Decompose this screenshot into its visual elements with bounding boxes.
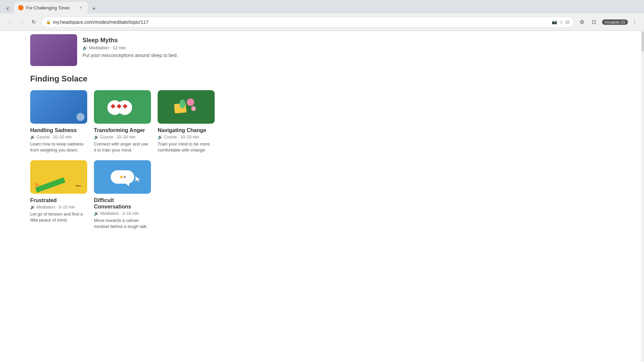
new-tab-button[interactable]: + <box>89 4 99 13</box>
bookmarks-button[interactable]: ⊡ <box>589 17 599 27</box>
scrollbar-thumb[interactable] <box>642 32 644 52</box>
browser-window: For Challenging Times × + ← → ↻ 🔒 📷 ☆ ⊡ <box>0 0 644 362</box>
sound-icon: 🔊 <box>30 205 35 209</box>
card-thumbnail-navigating-change <box>158 90 215 124</box>
forward-button[interactable]: → <box>16 17 27 27</box>
incognito-badge: Incognito (2) <box>602 19 628 25</box>
partial-card[interactable]: Sleep Myths 🔊 Meditation · 12 min Put yo… <box>27 31 331 66</box>
svg-point-0 <box>6 7 10 11</box>
card-desc-frustrated: Let go of tension and find a little peac… <box>30 211 87 223</box>
card-title-frustrated: Frustrated <box>30 197 87 203</box>
partial-card-meta: 🔊 Meditation · 12 min <box>83 45 178 50</box>
active-tab[interactable]: For Challenging Times × <box>14 2 88 13</box>
star-icon[interactable]: ☆ <box>559 19 564 25</box>
card-transforming-anger[interactable]: Transforming Anger 🔊 Course · 10–20 min … <box>94 90 151 154</box>
card-thumbnail-frustrated: ~ <box>30 160 87 194</box>
card-meta-transforming-anger: 🔊 Course · 10–20 min <box>94 135 151 139</box>
card-desc-transforming-anger: Connect with anger and use it to train y… <box>94 141 151 153</box>
cards-row-2: ~ Frustrated 🔊 Meditation · 3–10 min Let… <box>27 160 331 230</box>
camera-off-icon: 📷 <box>552 19 557 24</box>
pink-small-circle <box>191 106 196 111</box>
green-shape <box>179 100 185 108</box>
card-title-transforming-anger: Transforming Anger <box>94 127 151 133</box>
card-thumbnail-handling-sadness <box>30 90 87 124</box>
tab-cast-icon: ⊡ <box>566 19 570 25</box>
sound-icon: 🔊 <box>83 46 88 50</box>
card-meta-handling-sadness: 🔊 Course · 10–20 min <box>30 135 87 139</box>
back-button[interactable]: ← <box>4 17 15 27</box>
tab-close-button[interactable]: × <box>78 5 84 11</box>
tab-favicon <box>18 5 23 10</box>
squiggle-icon: ~ <box>75 182 82 190</box>
card-meta-navigating-change: 🔊 Course · 10–20 min <box>158 135 215 139</box>
card-meta-difficult-conversations: 🔊 Meditation · 3–10 min <box>94 211 151 216</box>
card-meta-frustrated: 🔊 Meditation · 3–10 min <box>30 205 87 209</box>
sound-icon: 🔊 <box>30 135 35 139</box>
reload-button[interactable]: ↻ <box>28 17 39 27</box>
cards-row-1: Handling Sadness 🔊 Course · 10–20 min Le… <box>27 90 331 154</box>
card-desc-difficult-conversations: Move towards a calmer mindset before a t… <box>94 218 151 230</box>
card-navigating-change[interactable]: Navigating Change 🔊 Course · 10–20 min T… <box>158 90 215 154</box>
sound-icon: 🔊 <box>94 135 99 139</box>
card-title-navigating-change: Navigating Change <box>158 127 215 133</box>
chat-bubble <box>111 170 134 184</box>
menu-button[interactable]: ⋮ <box>629 17 640 27</box>
card-desc-handling-sadness: Learn how to keep sadness from weighing … <box>30 141 87 153</box>
url-input[interactable] <box>53 19 552 25</box>
pink-circle <box>187 99 194 106</box>
section-heading: Finding Solace <box>27 74 331 83</box>
tab-nav-button[interactable] <box>3 4 13 13</box>
cursor-icon <box>135 176 142 184</box>
lock-icon: 🔒 <box>46 20 51 24</box>
extensions-button[interactable]: ⚙ <box>577 17 587 27</box>
card-difficult-conversations[interactable]: Difficult Conversations 🔊 Meditation · 3… <box>94 160 151 230</box>
card-title-difficult-conversations: Difficult Conversations <box>94 197 151 210</box>
page-content: Sleep Myths 🔊 Meditation · 12 min Put yo… <box>0 31 644 362</box>
main-content: Sleep Myths 🔊 Meditation · 12 min Put yo… <box>20 31 337 362</box>
tab-title: For Challenging Times <box>26 5 76 10</box>
partial-card-title: Sleep Myths <box>83 37 178 44</box>
partial-card-desc: Put your misconceptions around sleep to … <box>83 52 178 59</box>
address-bar[interactable]: 🔒 📷 ☆ ⊡ <box>42 17 574 27</box>
scrollbar-track[interactable] <box>641 31 644 362</box>
partial-thumbnail <box>30 34 77 66</box>
sound-icon: 🔊 <box>158 135 163 139</box>
card-title-handling-sadness: Handling Sadness <box>30 127 87 133</box>
card-thumbnail-difficult-conversations <box>94 160 151 194</box>
card-frustrated[interactable]: ~ Frustrated 🔊 Meditation · 3–10 min Let… <box>30 160 87 230</box>
toolbar: ← → ↻ 🔒 📷 ☆ ⊡ ⚙ ⊡ Incognito (2) ⋮ <box>0 13 644 31</box>
card-handling-sadness[interactable]: Handling Sadness 🔊 Course · 10–20 min Le… <box>30 90 87 154</box>
sound-icon: 🔊 <box>94 211 99 216</box>
tab-bar: For Challenging Times × + <box>0 0 644 13</box>
card-desc-navigating-change: Train your mind to be more comfortable w… <box>158 141 215 153</box>
card-thumbnail-transforming-anger <box>94 90 151 124</box>
